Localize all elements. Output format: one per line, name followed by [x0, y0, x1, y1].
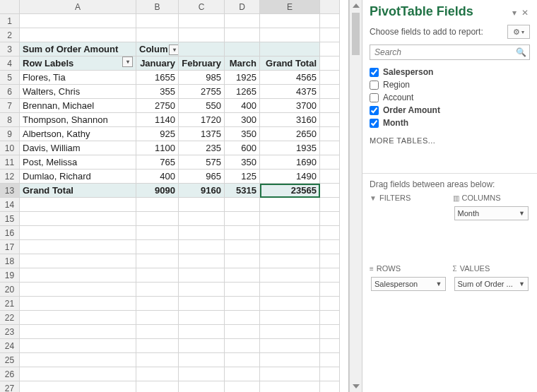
- col-header-B[interactable]: B: [136, 0, 179, 14]
- cell-A1[interactable]: [20, 14, 136, 28]
- cell-A19[interactable]: [20, 268, 136, 283]
- cell-extra-2[interactable]: [320, 28, 340, 42]
- cell-A25[interactable]: [20, 353, 136, 367]
- cell-C10[interactable]: 235: [179, 141, 225, 155]
- field-item-month[interactable]: Month: [370, 117, 530, 129]
- row-header-7[interactable]: 7: [0, 99, 20, 113]
- chevron-down-icon[interactable]: ▼: [436, 280, 442, 287]
- cell-D27[interactable]: [225, 381, 260, 392]
- cell-E9[interactable]: 2650: [260, 127, 320, 141]
- cell-C17[interactable]: [179, 240, 225, 254]
- cell-A12[interactable]: Dumlao, Richard: [20, 170, 136, 184]
- cell-E10[interactable]: 1935: [260, 141, 320, 155]
- cell-extra-21[interactable]: [320, 297, 340, 311]
- cell-D8[interactable]: 300: [225, 113, 260, 127]
- field-checkbox[interactable]: [370, 119, 379, 128]
- cell-B15[interactable]: [136, 212, 179, 226]
- col-header-C[interactable]: C: [179, 0, 225, 14]
- field-checkbox[interactable]: [370, 68, 379, 77]
- cell-C3[interactable]: [179, 42, 225, 57]
- cell-extra-13[interactable]: [320, 184, 340, 198]
- row-header-3[interactable]: 3: [0, 42, 20, 57]
- cell-B2[interactable]: [136, 28, 179, 42]
- row-header-17[interactable]: 17: [0, 240, 20, 254]
- cell-B18[interactable]: [136, 254, 179, 268]
- cell-C20[interactable]: [179, 283, 225, 297]
- cell-E20[interactable]: [260, 283, 320, 297]
- cell-B26[interactable]: [136, 367, 179, 381]
- field-checkbox[interactable]: [370, 81, 379, 90]
- cell-E6[interactable]: 4375: [260, 85, 320, 99]
- cell-A17[interactable]: [20, 240, 136, 254]
- col-header-extra[interactable]: [320, 0, 340, 14]
- row-header-15[interactable]: 15: [0, 212, 20, 226]
- cell-D7[interactable]: 400: [225, 99, 260, 113]
- row-header-25[interactable]: 25: [0, 353, 20, 367]
- cell-B23[interactable]: [136, 325, 179, 339]
- cell-D26[interactable]: [225, 367, 260, 381]
- row-header-5[interactable]: 5: [0, 71, 20, 85]
- cell-C25[interactable]: [179, 353, 225, 367]
- cell-E16[interactable]: [260, 226, 320, 240]
- cell-A8[interactable]: Thompson, Shannon: [20, 113, 136, 127]
- cell-C4[interactable]: February: [179, 57, 225, 71]
- cell-A13[interactable]: Grand Total: [20, 184, 136, 198]
- field-item-order-amount[interactable]: Order Amount: [370, 104, 530, 117]
- cell-extra-22[interactable]: [320, 311, 340, 325]
- cell-E7[interactable]: 3700: [260, 99, 320, 113]
- cell-C12[interactable]: 965: [179, 170, 225, 184]
- row-header-2[interactable]: 2: [0, 28, 20, 42]
- cell-D21[interactable]: [225, 297, 260, 311]
- cell-C8[interactable]: 1720: [179, 113, 225, 127]
- vertical-scrollbar[interactable]: [349, 0, 362, 392]
- cell-D14[interactable]: [225, 198, 260, 212]
- cell-B7[interactable]: 2750: [136, 99, 179, 113]
- cell-E26[interactable]: [260, 367, 320, 381]
- cell-E14[interactable]: [260, 198, 320, 212]
- cell-D19[interactable]: [225, 268, 260, 283]
- cell-A20[interactable]: [20, 283, 136, 297]
- more-tables-link[interactable]: MORE TABLES...: [370, 136, 530, 145]
- cell-A6[interactable]: Walters, Chris: [20, 85, 136, 99]
- cell-B17[interactable]: [136, 240, 179, 254]
- row-header-22[interactable]: 22: [0, 311, 20, 325]
- cell-extra-27[interactable]: [320, 381, 340, 392]
- cell-extra-15[interactable]: [320, 212, 340, 226]
- cell-C5[interactable]: 985: [179, 71, 225, 85]
- cell-B9[interactable]: 925: [136, 127, 179, 141]
- cell-D25[interactable]: [225, 353, 260, 367]
- columns-area[interactable]: ▥COLUMNS Month▼: [453, 194, 531, 257]
- cell-B13[interactable]: 9090: [136, 184, 179, 198]
- field-search[interactable]: 🔍: [370, 44, 530, 60]
- cell-A27[interactable]: [20, 381, 136, 392]
- cell-A5[interactable]: Flores, Tia: [20, 71, 136, 85]
- cell-A9[interactable]: Albertson, Kathy: [20, 127, 136, 141]
- cell-C7[interactable]: 550: [179, 99, 225, 113]
- cell-C27[interactable]: [179, 381, 225, 392]
- cell-B10[interactable]: 1100: [136, 141, 179, 155]
- layout-options-button[interactable]: ⚙ ▾: [507, 25, 530, 39]
- cell-A26[interactable]: [20, 367, 136, 381]
- cell-extra-14[interactable]: [320, 198, 340, 212]
- cell-E4[interactable]: Grand Total: [260, 57, 320, 71]
- cell-D22[interactable]: [225, 311, 260, 325]
- field-chip[interactable]: Salesperson▼: [371, 277, 446, 291]
- values-area[interactable]: ΣVALUES Sum of Order ...▼: [453, 264, 531, 328]
- cell-D18[interactable]: [225, 254, 260, 268]
- cell-E8[interactable]: 3160: [260, 113, 320, 127]
- select-all-corner[interactable]: [0, 0, 20, 14]
- cell-D20[interactable]: [225, 283, 260, 297]
- cell-extra-4[interactable]: [320, 57, 340, 71]
- cell-D3[interactable]: [225, 42, 260, 57]
- row-header-20[interactable]: 20: [0, 283, 20, 297]
- chevron-down-icon[interactable]: ▼: [519, 210, 525, 217]
- cell-C26[interactable]: [179, 367, 225, 381]
- cell-A14[interactable]: [20, 198, 136, 212]
- cell-C14[interactable]: [179, 198, 225, 212]
- cell-E3[interactable]: [260, 42, 320, 57]
- cell-E11[interactable]: 1690: [260, 155, 320, 170]
- cell-B3[interactable]: Colum▾: [136, 42, 179, 57]
- cell-extra-20[interactable]: [320, 283, 340, 297]
- row-header-10[interactable]: 10: [0, 141, 20, 155]
- cell-extra-11[interactable]: [320, 155, 340, 170]
